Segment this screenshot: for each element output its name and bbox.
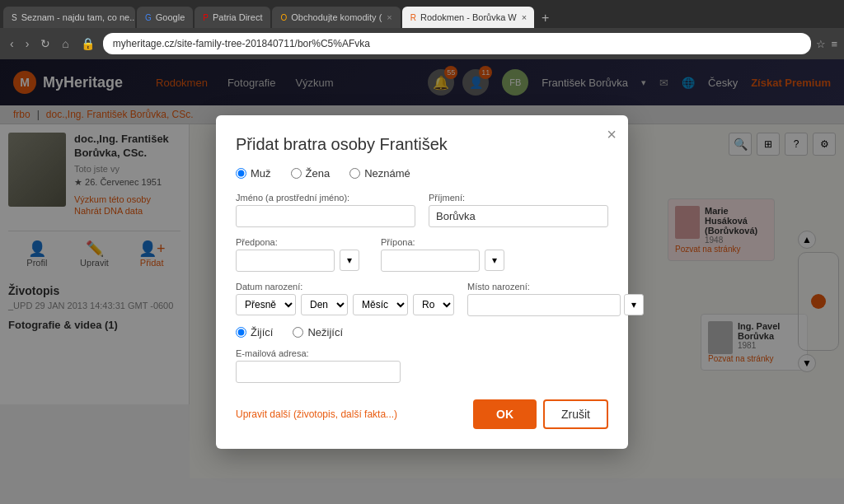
tab-bar: S Seznam - najdu tam, co ne... G Google … xyxy=(0,0,844,28)
tab-label-patria: Patria Direct xyxy=(213,12,263,22)
radio-nezijici[interactable]: Nežijící xyxy=(293,326,343,338)
last-name-input[interactable] xyxy=(429,205,608,227)
first-name-input[interactable] xyxy=(236,205,415,227)
tab-label-seznam: Seznam - najdu tam, co ne... xyxy=(21,12,135,22)
date-day-select[interactable]: Den xyxy=(301,294,348,315)
first-name-col: Jméno (a prostřední jméno): xyxy=(236,193,415,227)
suffix-input[interactable] xyxy=(381,250,480,272)
radio-muz-label: Muž xyxy=(251,167,271,180)
tab-google[interactable]: G Google xyxy=(137,7,193,28)
tab-label-google: Google xyxy=(156,12,185,22)
prefix-dropdown-row: ▾ xyxy=(236,250,368,272)
ok-button[interactable]: OK xyxy=(473,399,537,429)
home-button[interactable]: ⌂ xyxy=(59,35,72,52)
radio-nezname-label: Neznámé xyxy=(364,167,410,180)
radio-zijici-input[interactable] xyxy=(236,327,246,338)
last-name-col: Příjmení: xyxy=(429,193,608,227)
add-brother-dialog: × Přidat bratra osoby František Muž Žena… xyxy=(216,115,628,449)
birth-place-dropdown-btn[interactable]: ▾ xyxy=(624,294,644,315)
tab-favicon-seznam: S xyxy=(12,13,17,22)
menu-icon[interactable]: ≡ xyxy=(831,38,837,50)
first-name-label: Jméno (a prostřední jméno): xyxy=(236,193,415,203)
prefix-col: Předpona: ▾ xyxy=(236,237,368,272)
radio-nezijici-label: Nežijící xyxy=(307,326,343,338)
tab-close-rodokmen[interactable]: × xyxy=(522,12,527,22)
date-row: Přesně Den Měsíc Rok xyxy=(236,294,454,315)
date-month-select[interactable]: Měsíc xyxy=(353,294,408,315)
radio-nezname[interactable]: Neznámé xyxy=(349,167,410,180)
prefix-input[interactable] xyxy=(236,250,335,272)
email-input[interactable] xyxy=(236,361,401,383)
prefix-dropdown-btn[interactable]: ▾ xyxy=(340,250,359,271)
forward-button[interactable]: › xyxy=(22,35,33,52)
birth-place-row: ▾ xyxy=(467,294,644,316)
tab-close-obchodujte[interactable]: × xyxy=(387,12,392,22)
prefix-label: Předpona: xyxy=(236,237,368,247)
birth-date-col: Datum narození: Přesně Den Měsíc Rok xyxy=(236,282,454,316)
prefix-suffix-row: Předpona: ▾ Přípona: ▾ xyxy=(236,237,608,272)
tab-favicon-rodokmen: R xyxy=(410,13,416,22)
tab-favicon-google: G xyxy=(145,13,152,22)
suffix-label: Přípona: xyxy=(381,237,513,247)
last-name-label: Příjmení: xyxy=(429,193,608,203)
birth-date-label: Datum narození: xyxy=(236,282,454,292)
tab-label-obchodujte: Obchodujte komodity ( xyxy=(291,12,382,22)
dialog-title: Přidat bratra osoby František xyxy=(236,135,608,154)
date-year-select[interactable]: Rok xyxy=(413,294,454,315)
gender-radio-group: Muž Žena Neznámé xyxy=(236,167,608,180)
radio-nezname-input[interactable] xyxy=(349,168,360,179)
email-label: E-mailová adresa: xyxy=(236,348,608,358)
dialog-overlay: × Přidat bratra osoby František Muž Žena… xyxy=(0,59,844,504)
suffix-col: Přípona: ▾ xyxy=(381,237,513,272)
name-row: Jméno (a prostřední jméno): Příjmení: xyxy=(236,193,608,227)
radio-zena-input[interactable] xyxy=(291,168,302,179)
tab-seznam[interactable]: S Seznam - najdu tam, co ne... xyxy=(3,7,135,28)
radio-muz-input[interactable] xyxy=(236,168,246,179)
page-background: M MyHeritage Rodokmen Fotografie Výzkum … xyxy=(0,59,844,504)
tab-obchodujte[interactable]: O Obchodujte komodity ( × xyxy=(272,7,400,28)
suffix-dropdown-row: ▾ xyxy=(381,250,513,272)
birth-row: Datum narození: Přesně Den Měsíc Rok xyxy=(236,282,608,316)
cancel-button[interactable]: Zrušit xyxy=(543,399,608,429)
tab-patria[interactable]: P Patria Direct xyxy=(195,7,270,28)
tab-rodokmen[interactable]: R Rodokmen - Borůvka W × xyxy=(402,7,534,28)
radio-muz[interactable]: Muž xyxy=(236,167,271,180)
tab-label-rodokmen: Rodokmen - Borůvka W xyxy=(420,12,517,22)
birth-place-col: Místo narození: ▾ xyxy=(467,282,644,316)
radio-zijici-label: Žijící xyxy=(251,326,273,338)
new-tab-button[interactable]: + xyxy=(536,8,556,28)
lock-icon: 🔒 xyxy=(77,35,98,52)
living-radio-group: Žijící Nežijící xyxy=(236,326,608,338)
suffix-dropdown-btn[interactable]: ▾ xyxy=(485,250,504,271)
radio-zijici[interactable]: Žijící xyxy=(236,326,273,338)
radio-zena-label: Žena xyxy=(306,167,331,180)
dialog-close-button[interactable]: × xyxy=(607,125,617,144)
bookmark-icon[interactable]: ☆ xyxy=(816,38,826,50)
dialog-buttons: OK Zrušit xyxy=(473,399,608,429)
browser-actions: ☆ ≡ xyxy=(816,38,837,50)
browser-chrome: S Seznam - najdu tam, co ne... G Google … xyxy=(0,0,844,59)
tab-favicon-patria: P xyxy=(203,13,209,22)
dialog-footer: Upravit další (životopis, další fakta...… xyxy=(236,399,608,429)
date-precision-select[interactable]: Přesně xyxy=(236,294,296,315)
birth-place-input[interactable] xyxy=(467,294,621,316)
radio-nezijici-input[interactable] xyxy=(293,327,303,338)
address-bar: ‹ › ↻ ⌂ 🔒 ☆ ≡ xyxy=(0,28,844,59)
birth-place-label: Místo narození: xyxy=(467,282,644,292)
back-button[interactable]: ‹ xyxy=(7,35,17,52)
tab-favicon-obchodujte: O xyxy=(280,13,287,22)
reload-button[interactable]: ↻ xyxy=(37,35,54,52)
radio-zena[interactable]: Žena xyxy=(291,167,331,180)
edit-more-link[interactable]: Upravit další (životopis, další fakta...… xyxy=(236,408,397,420)
email-col: E-mailová adresa: xyxy=(236,348,608,383)
address-input[interactable] xyxy=(103,33,812,54)
